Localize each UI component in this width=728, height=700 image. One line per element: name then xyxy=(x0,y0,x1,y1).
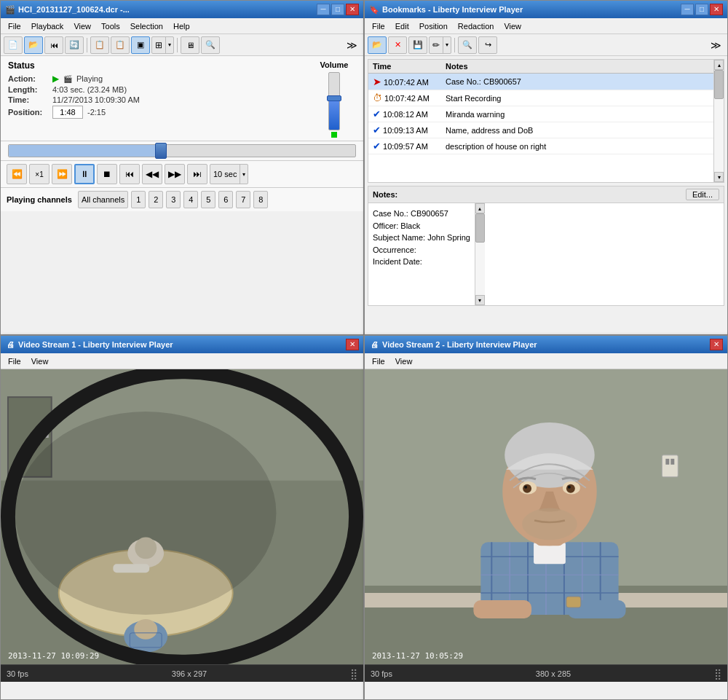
menu-selection[interactable]: Selection xyxy=(126,20,167,32)
volume-track[interactable] xyxy=(328,72,340,130)
screen-button[interactable]: 🖥 xyxy=(181,36,199,54)
stop-button[interactable]: ⏹ xyxy=(97,164,117,184)
bookmark-row-1[interactable]: ⏱ 10:07:42 AM Start Recording xyxy=(368,90,713,106)
bookmark-row-2[interactable]: ✔ 10:08:12 AM Miranda warning xyxy=(368,106,713,122)
bm-redo-btn[interactable]: ↪ xyxy=(478,36,497,54)
volume-fill xyxy=(329,98,339,130)
bm-menu-redaction[interactable]: Redaction xyxy=(454,20,499,32)
svg-point-41 xyxy=(524,486,527,489)
main-close-button[interactable]: ✕ xyxy=(346,4,359,15)
bm-notes-2: Miranda warning xyxy=(441,106,713,122)
bookmarks-minimize[interactable]: ─ xyxy=(681,4,694,15)
bm-time-1: ⏱ 10:07:42 AM xyxy=(368,90,441,106)
bookmarks-close[interactable]: ✕ xyxy=(710,4,723,15)
channel-7-button[interactable]: 7 xyxy=(236,191,250,208)
paste-button[interactable]: 📋 xyxy=(111,36,130,54)
sb-thumb[interactable] xyxy=(714,70,724,99)
bm-menu-position[interactable]: Position xyxy=(415,20,452,32)
menu-view[interactable]: View xyxy=(69,20,95,32)
goto-end-button[interactable]: ⏭ xyxy=(187,164,207,184)
channel-3-button[interactable]: 3 xyxy=(166,191,181,208)
bm-delete-btn[interactable]: ✕ xyxy=(388,36,407,54)
bookmarks-table-scroll[interactable]: Time Notes ➤ 10:07:42 AM Case No.: CB900… xyxy=(368,60,724,182)
video2-dimensions: 380 x 285 xyxy=(536,669,571,678)
bm-overflow[interactable]: ≫ xyxy=(708,39,724,51)
pause-button[interactable]: ⏸ xyxy=(74,164,95,184)
video1-icon: 🖨 xyxy=(5,339,15,350)
volume-label: Volume xyxy=(312,60,356,69)
notes-scrollbar[interactable]: ▴ ▾ xyxy=(475,203,485,305)
bm-open-btn[interactable]: 📂 xyxy=(368,36,387,54)
notes-line-2: Officer: Black xyxy=(373,220,470,232)
channel-1-button[interactable]: 1 xyxy=(131,191,146,208)
notes-sb-down[interactable]: ▾ xyxy=(475,295,485,305)
toolbar-overflow[interactable]: ≫ xyxy=(344,39,360,51)
bm-search-btn[interactable]: 🔍 xyxy=(458,36,477,54)
channel-6-button[interactable]: 6 xyxy=(218,191,233,208)
sb-arrow-down[interactable]: ▾ xyxy=(714,172,724,182)
bookmarks-scrollbar[interactable]: ▴ ▾ xyxy=(713,60,724,182)
menu-help[interactable]: Help xyxy=(169,20,194,32)
goto-start-button[interactable]: ⏮ xyxy=(119,164,140,184)
main-menubar: File Playback View Tools Selection Help xyxy=(1,18,363,34)
progress-track[interactable] xyxy=(8,144,356,157)
notes-sb-thumb[interactable] xyxy=(475,213,485,243)
menu-tools[interactable]: Tools xyxy=(97,20,124,32)
bookmark-row-3[interactable]: ✔ 10:09:13 AM Name, address and DoB xyxy=(368,122,713,138)
v2-menu-view[interactable]: View xyxy=(391,355,417,367)
video1-resize-icon[interactable]: ⣿ xyxy=(350,668,357,680)
open-button[interactable]: 📂 xyxy=(24,36,43,54)
video1-title-bar: 🖨 Video Stream 1 - Liberty Interview Pla… xyxy=(1,336,363,353)
v1-menu-file[interactable]: File xyxy=(4,355,25,367)
rewind-fast-button[interactable]: ⏪ xyxy=(7,164,27,184)
menu-playback[interactable]: Playback xyxy=(27,20,68,32)
notes-line-3: Subject Name: John Spring xyxy=(373,232,470,244)
sb-track[interactable] xyxy=(714,70,724,172)
step-forward-button[interactable]: ▶▶ xyxy=(165,164,185,184)
edit-button[interactable]: Edit... xyxy=(686,189,719,200)
svg-rect-21 xyxy=(670,459,674,465)
maximize-button[interactable]: □ xyxy=(331,4,344,15)
zoom-button[interactable]: 🔍 xyxy=(201,36,220,54)
v2-menu-file[interactable]: File xyxy=(368,355,389,367)
export-menu-btn[interactable]: ⊞ ▾ xyxy=(151,36,174,54)
bm-menu-edit[interactable]: Edit xyxy=(391,20,414,32)
menu-file[interactable]: File xyxy=(4,20,25,32)
video2-close[interactable]: ✕ xyxy=(710,339,723,350)
bm-pen-menu[interactable]: ✏ ▾ xyxy=(429,36,451,54)
bm-save-btn[interactable]: 💾 xyxy=(408,36,427,54)
bookmark-row-4[interactable]: ✔ 10:09:57 AM description of house on ri… xyxy=(368,138,713,154)
minimize-button[interactable]: ─ xyxy=(317,4,330,15)
copy-button[interactable]: 📋 xyxy=(90,36,109,54)
play-icon: ▶ xyxy=(52,74,59,84)
speed-button[interactable]: ×1 xyxy=(29,164,50,184)
channel-5-button[interactable]: 5 xyxy=(201,191,215,208)
notes-sb-track[interactable] xyxy=(475,213,485,295)
channel-8-button[interactable]: 8 xyxy=(253,191,268,208)
volume-thumb[interactable] xyxy=(327,95,341,101)
progress-thumb[interactable] xyxy=(155,143,167,159)
sb-arrow-up[interactable]: ▴ xyxy=(714,60,724,70)
all-channels-button[interactable]: All channels xyxy=(78,191,128,208)
forward-fast-button[interactable]: ⏩ xyxy=(52,164,72,184)
skip-arrow[interactable]: ▾ xyxy=(240,165,248,184)
step-back-button[interactable]: ◀◀ xyxy=(142,164,162,184)
channel-4-button[interactable]: 4 xyxy=(183,191,198,208)
skip-select[interactable]: 10 sec ▾ xyxy=(210,164,248,184)
main-window-title: HCI_20131127_100624.dcr -... xyxy=(18,5,130,14)
position-input[interactable] xyxy=(52,106,83,119)
video2-resize-icon[interactable]: ⣿ xyxy=(714,668,721,680)
reload-button[interactable]: 🔄 xyxy=(65,36,84,54)
prev-frame-button[interactable]: ⏮ xyxy=(44,36,63,54)
notes-sb-up[interactable]: ▴ xyxy=(475,203,485,213)
bookmarks-maximize[interactable]: □ xyxy=(695,4,708,15)
new-button[interactable]: 📄 xyxy=(4,36,23,54)
v1-menu-view[interactable]: View xyxy=(27,355,53,367)
video1-close[interactable]: ✕ xyxy=(346,339,359,350)
svg-point-10 xyxy=(134,619,157,640)
bm-menu-view[interactable]: View xyxy=(499,20,526,32)
select-button[interactable]: ▣ xyxy=(131,36,150,54)
bookmark-row-0[interactable]: ➤ 10:07:42 AM Case No.: CB900657 xyxy=(368,74,713,90)
bm-menu-file[interactable]: File xyxy=(368,20,389,32)
channel-2-button[interactable]: 2 xyxy=(149,191,163,208)
